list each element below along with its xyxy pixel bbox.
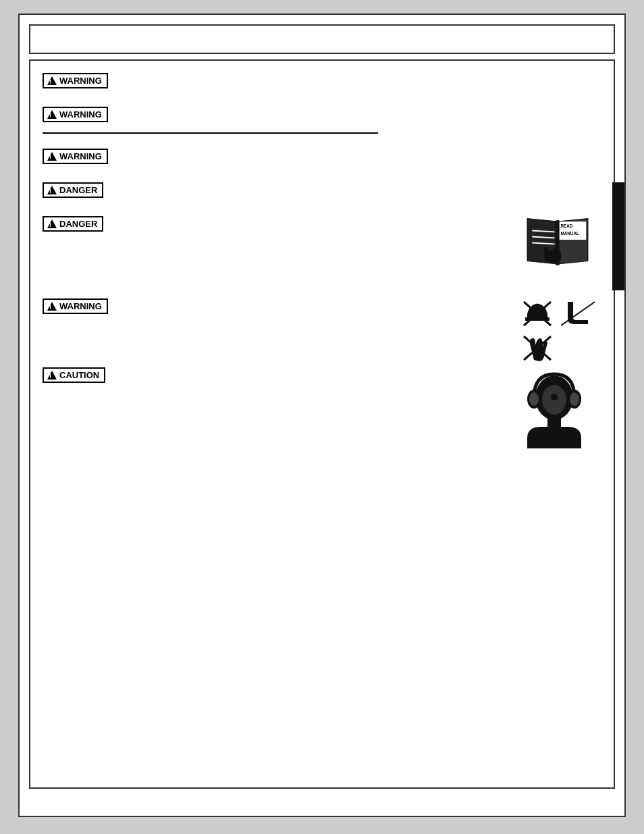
svg-rect-11	[553, 249, 556, 262]
caution-triangle-1	[47, 371, 57, 380]
warning-badge-1: WARNING	[43, 73, 108, 88]
warning-triangle-4	[47, 302, 57, 311]
svg-point-27	[551, 394, 558, 400]
section-warning-4: WARNING	[43, 298, 601, 353]
warning-label-1: WARNING	[59, 76, 102, 86]
side-tab	[612, 182, 624, 290]
read-manual-icon-container: READ MANUAL	[520, 209, 595, 273]
warning-triangle-2	[47, 110, 57, 119]
warning-badge-2: WARNING	[43, 107, 108, 122]
danger-triangle-2	[47, 219, 57, 228]
svg-point-25	[570, 392, 579, 406]
svg-rect-13	[544, 247, 547, 256]
section-warning-3: WARNING	[43, 149, 601, 167]
ppe-icons-container	[520, 298, 595, 363]
svg-rect-12	[557, 251, 560, 261]
section-warning-2: WARNING	[43, 107, 601, 134]
section2-divider	[43, 132, 378, 134]
warning-label-2: WARNING	[59, 109, 102, 120]
read-manual-icon: READ MANUAL	[520, 209, 595, 270]
svg-rect-21	[547, 418, 561, 428]
section-danger-1: DANGER	[43, 182, 601, 201]
warning-triangle-1	[47, 76, 57, 85]
section-caution-1: CAUTION	[43, 367, 601, 448]
danger-badge-1: DANGER	[43, 182, 103, 198]
boot-icon	[561, 298, 595, 329]
page-wrapper: WARNING WARNING WARNING DANGER	[18, 14, 626, 817]
svg-point-23	[529, 392, 539, 406]
no-hardhat-icon	[520, 298, 554, 329]
main-content: WARNING WARNING WARNING DANGER	[29, 59, 615, 789]
svg-rect-10	[549, 251, 552, 261]
svg-text:READ: READ	[561, 224, 573, 228]
section-warning-1: WARNING	[43, 73, 601, 92]
warning-badge-3: WARNING	[43, 149, 108, 164]
hearing-protection-icon	[520, 367, 588, 448]
danger-badge-2: DANGER	[43, 216, 103, 232]
danger-triangle-1	[47, 186, 57, 194]
hearing-protection-icon-container	[520, 367, 588, 451]
no-gloves-icon	[520, 333, 554, 363]
warning-label-4: WARNING	[59, 301, 102, 311]
ppe-row-1	[520, 298, 595, 329]
section-danger-2: DANGER READ	[43, 216, 601, 284]
warning-label-3: WARNING	[59, 151, 102, 161]
top-bar	[29, 24, 615, 54]
warning-triangle-3	[47, 152, 57, 161]
danger-label-2: DANGER	[59, 219, 97, 229]
caution-label-1: CAUTION	[59, 370, 99, 380]
danger-label-1: DANGER	[59, 185, 97, 195]
svg-text:MANUAL: MANUAL	[561, 231, 579, 236]
caution-badge-1: CAUTION	[43, 367, 105, 383]
warning-badge-4: WARNING	[43, 298, 108, 314]
ppe-row-2	[520, 333, 595, 363]
